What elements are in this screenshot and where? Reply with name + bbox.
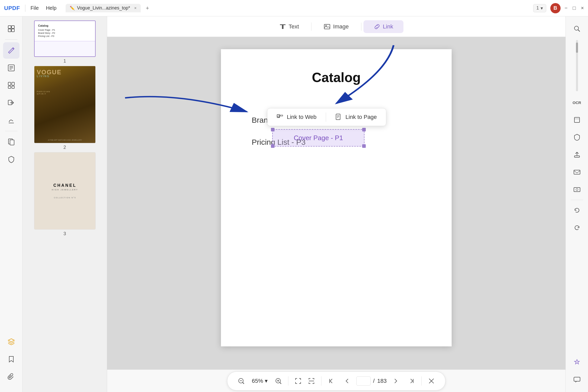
svg-point-39 [574,26,579,30]
zoom-value: 65% [252,378,263,384]
link-to-page-btn[interactable]: Link to Page [326,108,386,126]
bc-sep-3 [421,376,422,386]
page-num-value: 1 [536,5,539,11]
titlebar: UPDF File Help ✏️ Vogue_Livin...azines_t… [0,0,588,16]
document-tab[interactable]: ✏️ Vogue_Livin...azines_top* × [66,4,141,12]
right-chat-btn[interactable] [569,372,585,388]
close-btn[interactable]: × [581,5,584,11]
sidebar-icon-edit[interactable] [3,42,19,59]
first-page-btn[interactable] [325,374,338,388]
page-separator: / [373,378,375,384]
thumbnail-item-3[interactable]: CHANEL HIGH JEWELLERY COLLECTION N°5 3 [34,152,96,236]
last-page-btn[interactable] [405,374,418,388]
toolbar-sep-2 [361,23,361,31]
svg-rect-8 [8,82,11,85]
sidebar-icon-view[interactable] [3,20,19,37]
right-screenshot-btn[interactable] [569,181,585,198]
thumbnail-panel: Catalog Cover Page - P1 Brand Story - P2… [23,16,107,392]
thumbnail-box-3[interactable]: CHANEL HIGH JEWELLERY COLLECTION N°5 [34,152,96,230]
sidebar-icon-organize[interactable] [3,77,19,94]
content-area: Text Image Link [107,16,565,392]
zoom-chevron: ▾ [265,378,268,384]
svg-rect-10 [8,86,11,88]
sidebar-icon-layers[interactable] [3,334,19,350]
app-logo: UPDF [4,5,20,12]
sidebar-icon-sign[interactable] [3,112,19,128]
sidebar-icon-attachment[interactable] [3,368,19,385]
right-undo-btn[interactable] [569,202,585,219]
sidebar-sep-1 [5,39,17,40]
main-layout: Catalog Cover Page - P1 Brand Story - P2… [0,16,588,392]
toolbar-image-btn[interactable]: Image [313,20,359,33]
right-crop-btn[interactable] [569,112,585,128]
svg-rect-9 [12,82,14,85]
zoom-selector[interactable]: 65% ▾ [248,378,272,384]
sidebar-sep-2 [5,131,17,131]
tab-doc-icon: ✏️ [70,6,75,11]
sidebar-icon-protect[interactable] [3,151,19,168]
svg-rect-43 [574,156,580,157]
right-redo-btn[interactable] [569,220,585,236]
resize-handle-br[interactable] [362,144,366,148]
svg-rect-3 [12,29,14,32]
right-email-btn[interactable] [569,164,585,180]
zoom-out-btn[interactable] [235,374,248,388]
bc-sep-2 [321,376,321,386]
right-search-btn[interactable] [569,20,585,37]
svg-rect-17 [282,25,283,29]
titlebar-divider [25,5,25,12]
link-to-web-btn[interactable]: Link to Web [267,108,326,126]
svg-rect-45 [574,188,580,192]
menu-help[interactable]: Help [46,5,56,11]
zoom-in-btn[interactable] [272,374,285,388]
thumbnail-label-3: 3 [63,231,66,236]
svg-rect-18 [324,24,330,29]
link-popup[interactable]: Link to Web Link to Page [267,108,386,126]
thumbnail-box-1[interactable]: Catalog Cover Page - P1 Brand Story - P2… [34,20,96,57]
pdf-viewer[interactable]: Catalog Link to Web Link to Page [107,37,565,369]
right-protect-btn[interactable] [569,129,585,146]
page-number-btn[interactable]: 1 ▾ [533,4,546,12]
svg-rect-1 [12,26,14,28]
sidebar-icon-bookmark[interactable] [3,351,19,367]
top-toolbar: Text Image Link [107,16,565,37]
next-page-btn[interactable] [389,374,402,388]
link-selected-element[interactable]: Cover Page - P1 [272,129,364,147]
sidebar-icon-pages[interactable] [3,134,19,150]
svg-rect-16 [280,24,286,25]
prev-page-btn[interactable] [340,374,354,388]
bottom-bar: 65% ▾ [107,369,565,392]
resize-handle-bl[interactable] [271,144,275,148]
user-avatar[interactable]: B [550,3,561,13]
right-ai-btn[interactable] [569,354,585,370]
minimize-btn[interactable]: − [565,5,568,11]
scrollbar-thumb[interactable] [576,43,578,53]
fit-width-btn[interactable] [305,374,318,388]
new-tab-btn[interactable]: + [146,5,149,12]
chevron-down-icon: ▾ [541,5,543,11]
fit-page-btn[interactable] [291,374,305,388]
right-scrollbar[interactable] [576,40,578,91]
thumbnail-item-1[interactable]: Catalog Cover Page - P1 Brand Story - P2… [34,20,96,64]
menu-file[interactable]: File [31,5,39,11]
thumbnail-box-2[interactable]: VOGUE LIVING PARISIAN SPIRIT A FINE ART … [34,66,96,143]
sidebar-icon-convert[interactable] [3,95,19,111]
right-ocr-btn[interactable]: OCR [569,94,585,111]
thumbnail-item-2[interactable]: VOGUE LIVING PARISIAN SPIRIT A FINE ART … [34,66,96,150]
tab-close-btn[interactable]: × [134,6,136,11]
svg-point-46 [576,189,578,191]
svg-rect-41 [574,117,580,122]
left-sidebar [0,16,23,392]
toolbar-text-btn[interactable]: Text [269,20,309,33]
page-input[interactable]: 1 [356,376,371,386]
page-total: 183 [377,378,387,384]
window-controls: − □ × [565,5,584,11]
sidebar-icon-annotate[interactable] [3,60,19,76]
right-share-btn[interactable] [569,147,585,163]
toolbar-link-btn[interactable]: Link [363,20,403,33]
close-bottom-btn[interactable] [425,374,438,388]
maximize-btn[interactable]: □ [573,5,576,11]
svg-point-22 [278,116,279,117]
svg-rect-47 [574,377,580,381]
svg-rect-0 [8,26,11,28]
